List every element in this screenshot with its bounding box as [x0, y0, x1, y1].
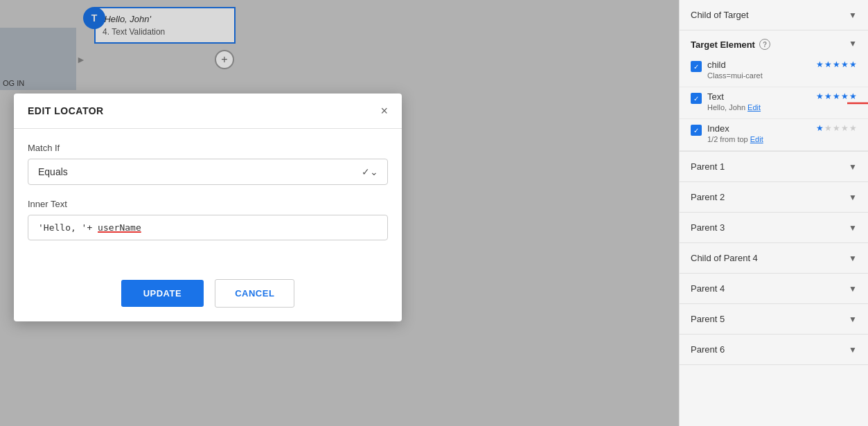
star-4: ★	[841, 60, 849, 69]
star-5: ★	[849, 123, 857, 133]
parent-5-label: Parent 5	[691, 314, 725, 324]
parent-2-header[interactable]: Parent 2 ▼	[680, 182, 868, 212]
inner-text-prefix: 'Hello, '+	[38, 222, 98, 233]
locator-stars-index: ★ ★ ★ ★ ★	[816, 123, 857, 133]
locator-checkbox-index[interactable]	[691, 125, 702, 136]
parent-1-label: Parent 1	[691, 161, 725, 172]
text-edit-link[interactable]: Edit	[747, 103, 761, 112]
parent-4-section: Parent 4 ▼	[680, 274, 868, 304]
child-of-target-chevron: ▼	[849, 10, 857, 20]
target-element-chevron: ▲	[849, 39, 857, 49]
parent-5-header[interactable]: Parent 5 ▼	[680, 304, 868, 334]
parent-3-label: Parent 3	[691, 222, 725, 233]
cancel-button[interactable]: CANCEL	[215, 279, 294, 308]
parent-1-chevron: ▼	[849, 162, 857, 172]
match-if-select[interactable]: Equals	[28, 159, 388, 185]
parent-6-chevron: ▼	[849, 345, 857, 355]
canvas-area: OG IN ► T 'Hello, John' 4. Text Validati…	[0, 0, 679, 426]
locator-row-child: child Class=mui-caret ★ ★ ★ ★ ★	[680, 55, 868, 87]
inner-text-group: Inner Text 'Hello, '+ userName	[28, 199, 388, 240]
index-edit-link[interactable]: Edit	[750, 135, 763, 143]
parent-2-chevron: ▼	[849, 193, 857, 202]
modal-overlay: EDIT LOCATOR × Match If Equals ✓⌄	[0, 0, 679, 426]
locator-detail-child: Class=mui-caret	[707, 71, 811, 80]
parent-1-section: Parent 1 ▼	[680, 152, 868, 182]
parent-6-header[interactable]: Parent 6 ▼	[680, 335, 868, 364]
inner-text-input-display[interactable]: 'Hello, '+ userName	[28, 215, 388, 240]
locator-row-index: Index 1/2 from top Edit ★ ★ ★ ★ ★	[680, 119, 868, 151]
child-of-target-section: Child of Target ▼	[680, 0, 868, 30]
parent-5-section: Parent 5 ▼	[680, 304, 868, 335]
right-panel: Child of Target ▼ Target Element ? ▲ chi…	[679, 0, 868, 426]
match-if-select-wrapper: Equals ✓⌄	[28, 159, 388, 185]
parent-3-header[interactable]: Parent 3 ▼	[680, 213, 868, 242]
star-2: ★	[824, 91, 832, 101]
parent-2-label: Parent 2	[691, 192, 725, 202]
locator-checkbox-child[interactable]	[691, 61, 702, 72]
child-of-parent-4-chevron: ▼	[849, 254, 857, 263]
modal-header: EDIT LOCATOR ×	[14, 94, 402, 129]
parent-5-chevron: ▼	[849, 314, 857, 324]
parent-6-label: Parent 6	[691, 344, 725, 355]
modal-body: Match If Equals ✓⌄ Inner Text 'Hello, '+…	[14, 129, 402, 271]
locator-detail-text: Hello, John Edit	[707, 103, 811, 112]
child-of-target-header[interactable]: Child of Target ▼	[680, 0, 868, 30]
star-2: ★	[824, 60, 832, 69]
locator-checkbox-text[interactable]	[691, 93, 702, 104]
parent-4-header[interactable]: Parent 4 ▼	[680, 274, 868, 303]
inner-text-label: Inner Text	[28, 199, 388, 209]
update-button[interactable]: UPDATE	[121, 280, 204, 307]
help-icon[interactable]: ?	[759, 39, 770, 50]
red-arrow-indicator	[847, 98, 868, 109]
locator-info-text: Text Hello, John Edit	[707, 91, 811, 112]
modal-title: EDIT LOCATOR	[28, 105, 104, 116]
modal-footer: UPDATE CANCEL	[14, 271, 402, 321]
locator-info-index: Index 1/2 from top Edit	[707, 123, 811, 143]
star-1: ★	[816, 91, 824, 101]
locator-stars-child: ★ ★ ★ ★ ★	[816, 60, 857, 69]
inner-text-variable: userName	[98, 222, 141, 233]
locator-detail-index: 1/2 from top Edit	[707, 135, 811, 143]
target-element-header[interactable]: Target Element ? ▲	[680, 30, 868, 55]
target-element-label: Target Element ?	[691, 39, 770, 50]
parent-1-header[interactable]: Parent 1 ▼	[680, 152, 868, 181]
star-1: ★	[816, 123, 824, 133]
child-of-parent-4-header[interactable]: Child of Parent 4 ▼	[680, 243, 868, 273]
locator-name-index: Index	[707, 123, 811, 134]
target-element-section: Target Element ? ▲ child Class=mui-caret…	[680, 30, 868, 152]
child-of-target-label: Child of Target	[691, 10, 749, 20]
parent-4-chevron: ▼	[849, 284, 857, 294]
parent-3-section: Parent 3 ▼	[680, 213, 868, 243]
parent-3-chevron: ▼	[849, 223, 857, 233]
locator-row-text: Text Hello, John Edit ★ ★ ★ ★ ★	[680, 87, 868, 119]
star-3: ★	[833, 91, 840, 101]
match-if-group: Match If Equals ✓⌄	[28, 143, 388, 185]
star-5: ★	[849, 60, 857, 69]
locator-info-child: child Class=mui-caret	[707, 60, 811, 80]
modal-close-button[interactable]: ×	[380, 105, 388, 117]
parent-4-label: Parent 4	[691, 283, 725, 294]
child-of-parent-4-label: Child of Parent 4	[691, 253, 758, 263]
locator-name-child: child	[707, 60, 811, 70]
edit-locator-modal: EDIT LOCATOR × Match If Equals ✓⌄	[14, 94, 402, 321]
star-3: ★	[833, 123, 840, 133]
parent-6-section: Parent 6 ▼	[680, 335, 868, 365]
parent-2-section: Parent 2 ▼	[680, 182, 868, 213]
child-of-parent-4-section: Child of Parent 4 ▼	[680, 243, 868, 274]
match-if-label: Match If	[28, 143, 388, 153]
locator-name-text: Text	[707, 91, 811, 102]
star-3: ★	[833, 60, 840, 69]
star-4: ★	[841, 123, 849, 133]
star-1: ★	[816, 60, 824, 69]
star-2: ★	[824, 123, 832, 133]
